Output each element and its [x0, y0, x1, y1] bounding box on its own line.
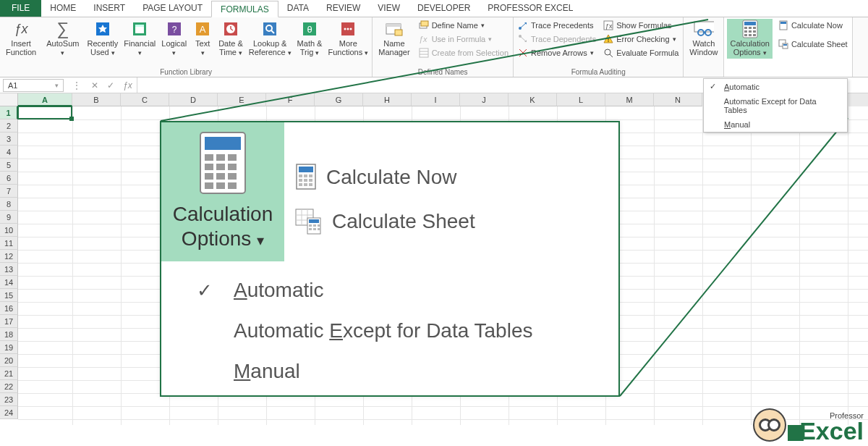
evaluate-formula-button[interactable]: Evaluate Formula: [602, 46, 680, 59]
row-header-2[interactable]: 2: [0, 119, 18, 132]
row-header-17[interactable]: 17: [0, 315, 18, 328]
zoom-calculate-sheet[interactable]: Calculate Sheet: [294, 208, 475, 235]
group-label-defined-names: Defined Names: [375, 68, 510, 77]
tab-review[interactable]: REVIEW: [318, 0, 369, 17]
row-header-15[interactable]: 15: [0, 289, 18, 302]
row-header-24[interactable]: 24: [0, 406, 18, 419]
tab-view[interactable]: VIEW: [369, 0, 409, 17]
svg-rect-74: [304, 174, 307, 177]
trace-precedents-button[interactable]: Trace Precedents: [516, 19, 597, 32]
row-header-9[interactable]: 9: [0, 211, 18, 224]
logical-button[interactable]: ? Logical▾: [161, 19, 187, 59]
tab-home[interactable]: HOME: [41, 0, 85, 17]
zoom-menu-automatic-except[interactable]: Automatic Except for Data Tables: [161, 311, 618, 351]
row-header-3[interactable]: 3: [0, 132, 18, 146]
calculate-sheet-button[interactable]: Calculate Sheet: [777, 38, 849, 51]
calculation-options-dropdown: ✓Automatic Automatic Except for Data Tab…: [703, 78, 848, 132]
date-time-button[interactable]: Date & Time ▾: [218, 19, 244, 59]
row-header-11[interactable]: 11: [0, 237, 18, 250]
name-manager-button[interactable]: Name Manager: [375, 19, 412, 58]
row-header-13[interactable]: 13: [0, 263, 18, 276]
row-header-4[interactable]: 4: [0, 146, 18, 159]
zoom-menu-automatic[interactable]: ✓Automatic: [161, 270, 618, 311]
tab-data[interactable]: DATA: [278, 0, 318, 17]
col-header-E[interactable]: E: [218, 93, 266, 106]
col-header-A[interactable]: A: [18, 93, 72, 106]
recently-used-button[interactable]: Recently Used ▾: [86, 19, 119, 59]
tab-developer[interactable]: DEVELOPER: [409, 0, 479, 17]
col-header-J[interactable]: J: [460, 93, 509, 106]
zoom-calculation-options-button[interactable]: Calculation Options ▾: [161, 122, 284, 261]
menu-item-manual[interactable]: Manual: [704, 117, 847, 132]
more-functions-button[interactable]: More Functions ▾: [327, 19, 369, 59]
row-header-10[interactable]: 10: [0, 224, 18, 237]
insert-function-button[interactable]: ƒx Insert Function: [3, 19, 39, 58]
col-header-B[interactable]: B: [72, 93, 121, 106]
row-header-8[interactable]: 8: [0, 198, 18, 211]
row-header-23[interactable]: 23: [0, 393, 18, 406]
row-header-21[interactable]: 21: [0, 367, 18, 380]
tab-professor-excel[interactable]: PROFESSOR EXCEL: [479, 0, 582, 17]
tab-formulas[interactable]: FORMULAS: [211, 1, 278, 17]
define-name-button[interactable]: Define Name ▾: [417, 19, 510, 32]
row-header-7[interactable]: 7: [0, 185, 18, 198]
group-formula-auditing: Trace Precedents Trace Dependents Remove…: [514, 17, 684, 77]
svg-rect-81: [309, 183, 312, 186]
row-header-22[interactable]: 22: [0, 380, 18, 393]
lookup-reference-button[interactable]: Lookup & Reference ▾: [248, 19, 292, 59]
error-checking-button[interactable]: !Error Checking ▾: [602, 33, 680, 46]
col-header-G[interactable]: G: [315, 93, 363, 106]
col-header-H[interactable]: H: [363, 93, 412, 106]
col-header-M[interactable]: M: [605, 93, 654, 106]
calculation-options-button[interactable]: Calculation Options ▾: [727, 19, 772, 59]
create-from-selection-button[interactable]: Create from Selection: [417, 46, 510, 59]
text-button[interactable]: A Text▾: [192, 19, 213, 59]
row-header-1[interactable]: 1: [0, 106, 18, 119]
col-header-L[interactable]: L: [557, 93, 605, 106]
col-header-N[interactable]: N: [654, 93, 702, 106]
show-formulas-button[interactable]: ƒxShow Formulas: [602, 19, 680, 32]
row-header-6[interactable]: 6: [0, 172, 18, 185]
tab-page-layout[interactable]: PAGE LAYOUT: [134, 0, 211, 17]
tab-file[interactable]: FILE: [0, 0, 41, 17]
cancel-icon[interactable]: ✕: [87, 80, 103, 91]
use-in-formula-button[interactable]: ƒxUse in Formula ▾: [417, 33, 510, 46]
trace-dependents-button[interactable]: Trace Dependents: [516, 33, 597, 46]
autosum-button[interactable]: ∑ AutoSum▾: [43, 19, 82, 59]
row-header-5[interactable]: 5: [0, 159, 18, 172]
col-header-D[interactable]: D: [169, 93, 218, 106]
row-header-18[interactable]: 18: [0, 328, 18, 341]
row-header-20[interactable]: 20: [0, 354, 18, 367]
svg-rect-44: [744, 30, 747, 33]
zoom-menu-manual[interactable]: Manual: [161, 351, 618, 392]
col-header-C[interactable]: C: [121, 93, 169, 106]
namebox-divider: ⋮: [67, 80, 87, 91]
row-header-14[interactable]: 14: [0, 276, 18, 289]
row-header-19[interactable]: 19: [0, 341, 18, 354]
row-headers: 123456789101112131415161718192021222324: [0, 106, 18, 425]
svg-rect-51: [780, 22, 786, 24]
row-header-12[interactable]: 12: [0, 250, 18, 263]
remove-arrows-button[interactable]: Remove Arrows ▾: [516, 46, 597, 59]
select-all-triangle[interactable]: [0, 93, 18, 106]
svg-rect-69: [216, 182, 225, 189]
active-cell[interactable]: [17, 106, 72, 119]
enter-icon[interactable]: ✓: [103, 80, 119, 91]
calc-now-icon: [294, 163, 318, 192]
calculator-icon: [195, 131, 251, 196]
col-header-F[interactable]: F: [266, 93, 315, 106]
math-trig-button[interactable]: θ Math & Trig ▾: [297, 19, 323, 59]
name-box[interactable]: A1▾: [3, 79, 64, 92]
col-header-K[interactable]: K: [509, 93, 557, 106]
calculate-now-button[interactable]: Calculate Now: [777, 19, 849, 32]
financial-button[interactable]: Financial▾: [123, 19, 156, 59]
tab-insert[interactable]: INSERT: [85, 0, 134, 17]
fx-icon[interactable]: ƒx: [119, 80, 137, 91]
col-header-I[interactable]: I: [412, 93, 460, 106]
zoom-calculate-now[interactable]: Calculate Now: [294, 163, 475, 192]
menu-item-automatic[interactable]: ✓Automatic: [704, 79, 847, 94]
svg-rect-59: [205, 154, 213, 161]
watch-window-button[interactable]: Watch Window: [686, 19, 720, 58]
row-header-16[interactable]: 16: [0, 302, 18, 315]
menu-item-automatic-except[interactable]: Automatic Except for Data Tables: [704, 94, 847, 117]
